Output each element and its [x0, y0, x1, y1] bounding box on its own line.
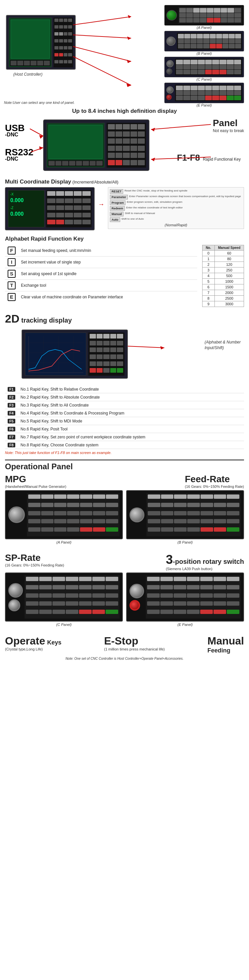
speed-val-3: 250	[214, 267, 244, 273]
alpha-row-i: I Set increment value of single step	[5, 256, 197, 268]
f1f8-desc-4: No.5 Rapid Key, Shift to MDI Mode	[18, 417, 244, 425]
op-panel-e	[126, 573, 244, 622]
sp-rate-group: SP-Rate (16 Gears: 0%~150% Feeding Rate)	[5, 552, 64, 571]
op-ab-panels: (A Panel) (B Panel)	[5, 490, 244, 544]
alpha-key-t: T	[8, 282, 16, 290]
f1f8-row-7: F8 No.8 Rapid Key, Choose Coordinate sys…	[5, 441, 244, 449]
tracking-title: 2D tracking display	[5, 312, 244, 325]
reset-desc-0: Reset the CNC mode, stop of the feeding …	[124, 189, 187, 192]
host-keypad	[53, 18, 73, 67]
svg-line-0	[73, 17, 131, 25]
f1f8-desc-6: No.7 Rapid Key, Set zero point of curren…	[18, 433, 244, 441]
panel-e-item: (E Panel)	[164, 83, 244, 107]
f1f8-key-badge-3: F4	[8, 411, 15, 415]
panel-b-keys	[177, 33, 242, 49]
svg-rect-16	[25, 333, 86, 375]
panel-c-knobs	[8, 583, 23, 611]
op-panel-a-label: (A Panel)	[5, 540, 123, 544]
f1f8-label-group: F1-F8 Rapid Functional Key	[177, 153, 241, 163]
hd-diagram: USB -DNC RS232 -DNC	[5, 118, 244, 174]
tracking-diagram: (Alphabet & NumberInput/Shift)	[5, 328, 244, 381]
panel-c-box	[164, 57, 244, 77]
panel-b-knob	[166, 37, 176, 46]
reset-row-4: Manual Shift to manual of Manual	[110, 212, 242, 216]
speed-no-0: 0	[202, 251, 214, 256]
panel-e-knob2	[166, 95, 172, 100]
tracking-keys	[88, 332, 124, 375]
svg-marker-15	[151, 158, 155, 161]
f1f8-key-cell-0: F1	[5, 385, 18, 393]
panel-a-label: (A Panel)	[164, 25, 244, 30]
manual-sub: Feeding	[208, 647, 244, 654]
panel-a-knob	[166, 10, 177, 21]
mpg-title: MPG	[5, 474, 66, 485]
hd-section: Up to 8.4 inches high definition display…	[0, 106, 249, 176]
note-f1f8: Note: This just take function of F1-F8 o…	[5, 451, 244, 455]
reset-btn-2: Program	[110, 200, 126, 205]
e-estop-btn	[129, 600, 140, 611]
f1f8-row-1: F2 No.2 Rapid Key, Shift to Absolute Coo…	[5, 393, 244, 401]
f1f8-key-badge-7: F8	[8, 443, 15, 447]
f1f8-row-6: F7 No.7 Rapid Key, Set zero point of cur…	[5, 433, 244, 441]
f1f8-row-5: F6 No.6 Rapid Key, Posit Tool	[5, 425, 244, 433]
f1f8-key-badge-6: F7	[8, 435, 15, 439]
speed-no-6: 6	[202, 285, 214, 290]
mpg-group: MPG (Handwheel/Manual Pulse Generator)	[5, 474, 66, 488]
speed-row-4: 4 500	[202, 273, 244, 279]
panel-a-box	[164, 5, 244, 25]
op-mpg-knob	[8, 506, 25, 523]
alpha-layout: F Set manual feeding speed, unit:mm/min …	[5, 245, 244, 307]
speed-row-7: 7 2000	[202, 290, 244, 296]
reset-btn-3: Redeem	[110, 206, 125, 211]
operate-title: Operate	[5, 635, 45, 647]
alpha-key-e-cell: E	[5, 291, 18, 303]
panel-e-label: (E Panel)	[164, 103, 244, 107]
sp-rate-sub: (16 Gears: 0%~150% Feeding Rate)	[5, 563, 64, 567]
alpha-row-e: E Clear value of machine coordinate on P…	[5, 291, 197, 303]
f1f8-key-badge-2: F3	[8, 403, 15, 407]
alpha-desc-i: Set increment value of single step	[18, 256, 197, 268]
panel-not-break: Not easy to break	[213, 129, 244, 133]
alpha-key-s-cell: S	[5, 268, 18, 280]
f1f8-key-cell-1: F2	[5, 393, 18, 401]
op-panel-b	[126, 490, 244, 539]
op-panel-e-label: (E Panel)	[126, 622, 244, 627]
manual-group: Manual Feeding	[208, 635, 244, 654]
svg-marker-26	[160, 346, 164, 350]
manual-title: Manual	[208, 635, 244, 647]
svg-marker-11	[39, 146, 43, 150]
op-top-labels: MPG (Handwheel/Manual Pulse Generator) F…	[5, 474, 244, 488]
svg-marker-7	[126, 84, 131, 87]
alpha-key-s: S	[8, 270, 16, 278]
panel-big-label: Panel	[213, 118, 238, 128]
speed-no-3: 3	[202, 267, 214, 273]
op-title: Operational Panel	[5, 460, 244, 471]
operate-sub: Keys	[47, 639, 61, 646]
svg-marker-1	[128, 15, 131, 18]
alpha-key-i-cell: I	[5, 256, 18, 268]
reset-desc-3: Enter the relative coordinate of text le…	[126, 206, 183, 209]
mpg-sub: (Handwheel/Manual Pulse Generator)	[5, 485, 66, 488]
coord-title: Multi Coordinate Display (Increment/Abso…	[5, 178, 244, 185]
f1f8-desc-7: No.8 Rapid Key, Choose Coordinate system	[18, 441, 244, 449]
op-mid-labels: SP-Rate (16 Gears: 0%~150% Feeding Rate)…	[5, 552, 244, 571]
feed-title: Feed-Rate	[185, 474, 244, 485]
svg-line-25	[128, 346, 164, 348]
tracking-rest: tracking display	[19, 317, 72, 324]
alpha-key-e: E	[8, 293, 16, 301]
main-keys	[107, 123, 146, 168]
speed-row-9: 9 3000	[202, 301, 244, 307]
alpha-key-t-cell: T	[5, 280, 18, 291]
reset-btn-4: Manual	[110, 212, 123, 216]
speed-no-9: 9	[202, 301, 214, 307]
op-bottom-labels: Operate Keys (Crystal type,Long Life) E-…	[5, 635, 244, 654]
operate-title-line: Operate Keys	[5, 635, 61, 647]
reset-desc-5: Shift to one of Auto	[121, 217, 144, 221]
speed-val-6: 1500	[214, 285, 244, 290]
reset-desc-4: Shift to manual of Manual	[125, 212, 155, 215]
f1f8-key-badge-5: F6	[8, 427, 15, 431]
svg-line-8	[30, 129, 43, 136]
rotary-num: 3	[166, 552, 172, 567]
op-feed-knob	[129, 508, 144, 522]
e-knob-1	[129, 584, 144, 598]
